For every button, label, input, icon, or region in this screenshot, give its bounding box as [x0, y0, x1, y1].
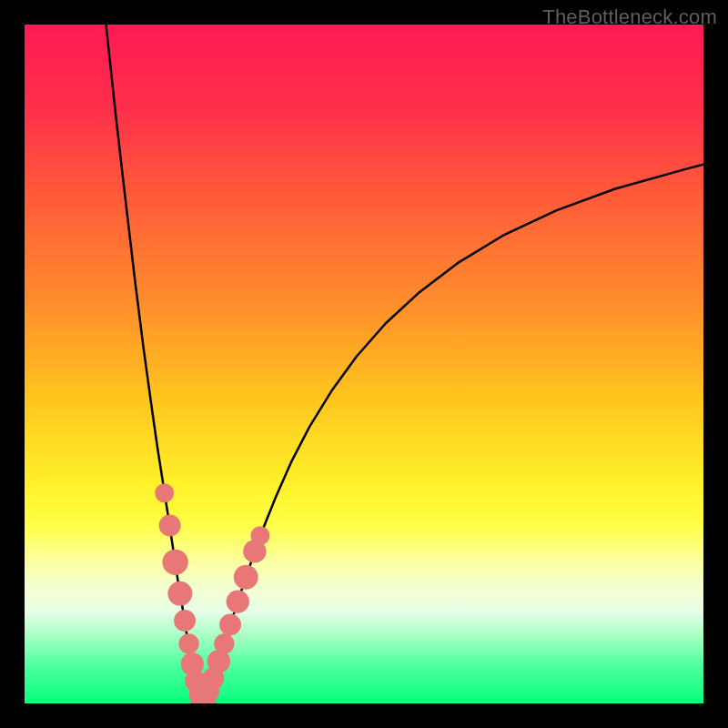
- marker-group: [155, 483, 269, 703]
- data-marker: [219, 614, 241, 636]
- data-marker: [159, 515, 181, 537]
- curve-right-branch: [207, 165, 703, 693]
- data-marker: [162, 550, 187, 575]
- data-marker: [178, 633, 198, 653]
- data-marker: [214, 633, 234, 653]
- data-marker: [250, 526, 269, 545]
- chart-frame: TheBottleneck.com: [0, 0, 728, 728]
- data-marker: [174, 610, 196, 632]
- data-marker: [234, 565, 258, 590]
- data-marker: [167, 581, 192, 606]
- data-marker: [155, 483, 174, 502]
- data-marker: [227, 590, 249, 612]
- plot-area: [25, 25, 703, 703]
- watermark-text: TheBottleneck.com: [542, 5, 717, 29]
- curves-layer: [25, 25, 703, 703]
